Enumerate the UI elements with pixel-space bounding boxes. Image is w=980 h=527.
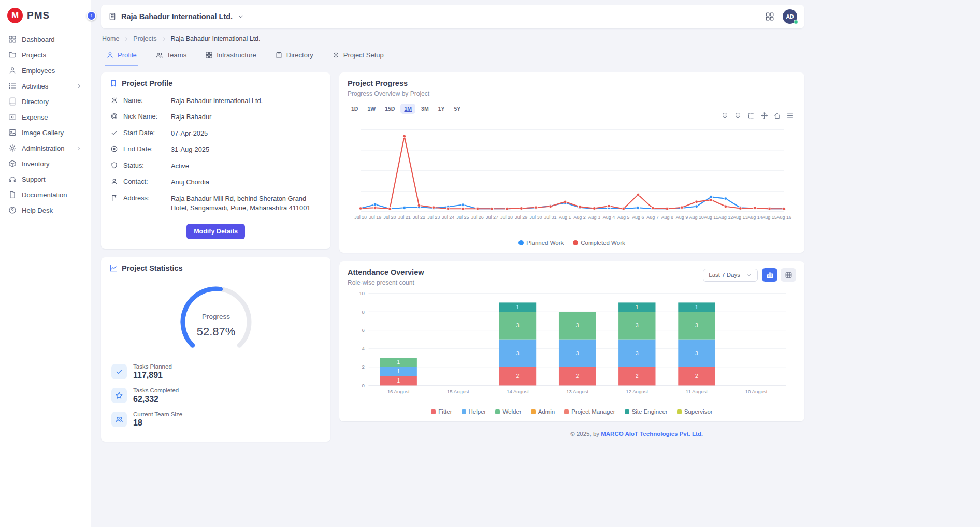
apps-grid-button[interactable] xyxy=(765,12,774,21)
range-button-15d[interactable]: 15D xyxy=(381,104,398,114)
view-toggle-table-button[interactable] xyxy=(781,268,796,282)
legend-item-planned-work[interactable]: Planned Work xyxy=(518,240,564,246)
top-header: Raja Bahadur International Ltd. AD xyxy=(101,5,804,28)
sidebar-collapse-button[interactable]: ‹ xyxy=(87,11,96,21)
tab-infrastructure[interactable]: Infrastructure xyxy=(204,47,257,66)
tab-teams[interactable]: Teams xyxy=(154,47,188,66)
sidebar-item-image-gallery[interactable]: Image Gallery xyxy=(0,125,91,140)
range-button-1w[interactable]: 1W xyxy=(364,104,379,114)
toolbar-home-button[interactable] xyxy=(773,112,781,120)
toolbar-pan-button[interactable] xyxy=(760,112,768,120)
legend-item-admin[interactable]: Admin xyxy=(531,408,555,415)
breadcrumb-item-projects[interactable]: Projects xyxy=(133,35,156,42)
users-icon xyxy=(155,51,163,59)
tab-profile[interactable]: Profile xyxy=(105,47,138,66)
building-icon xyxy=(108,12,117,21)
svg-text:12 August: 12 August xyxy=(626,389,648,394)
sidebar-item-label: Dashboard xyxy=(22,36,55,43)
legend-item-welder[interactable]: Welder xyxy=(495,408,521,415)
sidebar-item-directory[interactable]: Directory xyxy=(0,94,91,109)
legend-item-project-manager[interactable]: Project Manager xyxy=(564,408,615,415)
profile-field-status-: Status:Active xyxy=(109,158,322,174)
company-selector[interactable]: Raja Bahadur International Ltd. xyxy=(108,12,244,21)
progress-line-chart[interactable]: Jul 18Jul 19Jul 20Jul 21Jul 22Jul 23Jul … xyxy=(348,121,796,239)
folder-icon xyxy=(8,51,17,59)
stat-label: Current Team Size xyxy=(133,411,182,417)
project-profile-title: Project Profile xyxy=(109,79,322,87)
legend-item-supervisor[interactable]: Supervisor xyxy=(677,408,713,415)
toolbar-zoomin-button[interactable] xyxy=(722,112,729,120)
svg-text:Aug 16: Aug 16 xyxy=(777,215,791,220)
sidebar-item-employees[interactable]: Employees xyxy=(0,63,91,78)
stat-value: 18 xyxy=(133,418,182,428)
svg-text:Jul 28: Jul 28 xyxy=(500,215,513,220)
flag-icon xyxy=(110,194,118,202)
svg-text:3: 3 xyxy=(516,350,520,356)
gauge-label: Progress xyxy=(201,313,229,320)
box-icon xyxy=(8,159,17,168)
days-filter-select[interactable]: Last 7 Days xyxy=(703,269,758,282)
legend-item-site-engineer[interactable]: Site Engineer xyxy=(625,408,668,415)
sidebar-item-dashboard[interactable]: Dashboard xyxy=(0,32,91,47)
range-button-5y[interactable]: 5Y xyxy=(450,104,464,114)
field-value: 07-Apr-2025 xyxy=(171,129,208,139)
svg-text:1: 1 xyxy=(636,304,639,310)
chevronright-icon xyxy=(123,36,129,42)
svg-text:Jul 29: Jul 29 xyxy=(515,215,527,220)
svg-text:13 August: 13 August xyxy=(566,389,588,394)
footer-company-link[interactable]: MARCO AIoT Technologies Pvt. Ltd. xyxy=(601,431,703,437)
profile-field-nick-name-: Nick Name:Raja Bahadur xyxy=(109,109,322,126)
bar-chart-legend: FitterHelperWelderAdminProject ManagerSi… xyxy=(348,408,796,415)
sidebar-item-support[interactable]: Support xyxy=(0,171,91,187)
range-button-1d[interactable]: 1D xyxy=(348,104,362,114)
svg-text:3: 3 xyxy=(576,350,579,356)
breadcrumb-item-home[interactable]: Home xyxy=(102,35,119,42)
tab-project-setup[interactable]: Project Setup xyxy=(331,47,385,66)
avatar[interactable]: AD xyxy=(783,9,797,24)
profile-field-address-: Address:Raja Bahadur Mill Rd, behind She… xyxy=(109,191,322,216)
toolbar-zoomout-button[interactable] xyxy=(734,112,742,120)
sidebar-item-activities[interactable]: Activities xyxy=(0,78,91,94)
svg-text:Aug 6: Aug 6 xyxy=(632,215,644,220)
legend-item-completed-work[interactable]: Completed Work xyxy=(573,240,625,246)
svg-text:16 August: 16 August xyxy=(387,389,410,394)
view-toggle-barchart-button[interactable] xyxy=(762,268,777,282)
legend-item-fitter[interactable]: Fitter xyxy=(431,408,452,415)
sidebar-item-inventory[interactable]: Inventory xyxy=(0,156,91,171)
range-button-1m[interactable]: 1M xyxy=(400,104,415,114)
svg-text:3: 3 xyxy=(576,323,579,328)
range-button-1y[interactable]: 1Y xyxy=(435,104,449,114)
sidebar-item-help-desk[interactable]: Help Desk xyxy=(0,202,91,218)
grid-icon xyxy=(205,51,213,59)
sidebar-item-label: Inventory xyxy=(22,160,49,168)
toolbar-selection-button[interactable] xyxy=(747,112,755,120)
breadcrumb-item-raja-bahadur-international-ltd-[interactable]: Raja Bahadur International Ltd. xyxy=(171,35,261,42)
svg-text:15 August: 15 August xyxy=(447,389,469,394)
sidebar: M PMS DashboardProjectsEmployeesActiviti… xyxy=(0,0,91,527)
attendance-title: Attendance Overview xyxy=(348,268,424,276)
toolbar-menu-button[interactable] xyxy=(786,112,794,120)
svg-text:2: 2 xyxy=(576,373,579,379)
svg-text:Aug 15: Aug 15 xyxy=(762,215,776,220)
profile-field-end-date-: End Date:31-Aug-2025 xyxy=(109,142,322,158)
sidebar-item-projects[interactable]: Projects xyxy=(0,47,91,63)
svg-text:Aug 2: Aug 2 xyxy=(573,215,585,220)
sidebar-item-administration[interactable]: Administration xyxy=(0,140,91,156)
stat-value: 62,332 xyxy=(133,394,179,404)
chart-toolbar xyxy=(348,112,796,120)
gear-icon xyxy=(332,51,340,59)
stat-tasks-planned: Tasks Planned117,891 xyxy=(111,363,320,380)
image-icon xyxy=(8,128,17,137)
tab-directory[interactable]: Directory xyxy=(274,47,314,66)
svg-text:Jul 23: Jul 23 xyxy=(427,215,440,220)
legend-item-helper[interactable]: Helper xyxy=(462,408,486,415)
sidebar-item-documentation[interactable]: Documentation xyxy=(0,187,91,202)
sidebar-item-expense[interactable]: Expense xyxy=(0,109,91,125)
range-button-3m[interactable]: 3M xyxy=(417,104,433,114)
stat-current-team-size: Current Team Size18 xyxy=(111,411,320,428)
statistics-list: Tasks Planned117,891Tasks Completed62,33… xyxy=(109,363,322,428)
company-name: Raja Bahadur International Ltd. xyxy=(121,12,233,21)
profile-fields: Name:Raja Bahadur International Ltd.Nick… xyxy=(109,93,322,216)
modify-details-button[interactable]: Modify Details xyxy=(186,224,245,239)
attendance-bar-chart[interactable]: 024681011116 August15 August233114 Augus… xyxy=(348,287,796,407)
